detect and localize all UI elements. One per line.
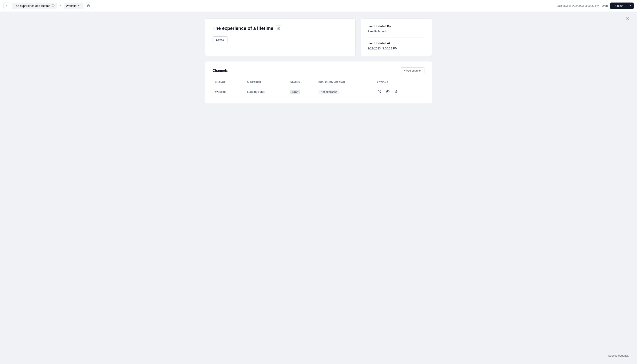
col-blueprint: BLUEPRINT xyxy=(245,79,288,86)
info-card-title-row: The experience of a lifetime xyxy=(213,26,348,31)
cell-status: Draft xyxy=(288,86,316,98)
last-updated-at-section: Last Updated At 2/22/2023, 3:00:33 PM xyxy=(368,42,425,50)
gear-icon xyxy=(87,4,90,7)
channels-header: Channels + Add channel xyxy=(213,67,424,74)
edit-title-button[interactable] xyxy=(276,26,282,31)
breadcrumb-title-text: The experience of a lifetime xyxy=(14,4,50,8)
col-channel: CHANNEL xyxy=(213,79,245,86)
cell-actions xyxy=(374,86,424,98)
delete-button[interactable]: Delete xyxy=(213,36,228,43)
breadcrumb-title[interactable]: The experience of a lifetime xyxy=(12,3,57,9)
page-title: The experience of a lifetime xyxy=(213,26,273,31)
info-card: The experience of a lifetime Delete xyxy=(205,18,356,56)
last-updated-at-label: Last Updated At xyxy=(368,42,425,45)
col-actions: ACTIONS xyxy=(374,79,424,86)
settings-button[interactable] xyxy=(85,2,92,9)
chevron-down-icon xyxy=(629,4,631,7)
publish-dropdown-arrow[interactable] xyxy=(627,2,634,9)
svg-point-3 xyxy=(88,6,89,6)
close-icon xyxy=(626,16,630,20)
col-published-version: PUBLISHED VERSION xyxy=(316,79,374,86)
channels-table: CHANNEL BLUEPRINT STATUS PUBLISHED VERSI… xyxy=(213,79,424,98)
last-updated-by-label: Last Updated By xyxy=(368,24,425,28)
chevron-down-icon xyxy=(78,4,81,7)
cards-row: The experience of a lifetime Delete Last… xyxy=(205,18,432,56)
pencil-icon xyxy=(378,90,381,94)
topbar-left: The experience of a lifetime Website xyxy=(3,2,557,9)
cell-channel: Website xyxy=(213,86,245,98)
col-status: STATUS xyxy=(288,79,316,86)
submit-feedback-button[interactable]: Submit feedback xyxy=(606,352,631,359)
cell-published-version: Not published xyxy=(316,86,374,98)
topbar: The experience of a lifetime Website xyxy=(0,0,637,12)
actions-cell xyxy=(377,89,422,94)
website-label: Website xyxy=(66,4,77,8)
last-updated-by-section: Last Updated By Paul Rohrbeck xyxy=(368,24,425,33)
table-header: CHANNEL BLUEPRINT STATUS PUBLISHED VERSI… xyxy=(213,79,424,86)
breadcrumb-arrow-icon xyxy=(59,4,62,8)
topbar-right: Last saved: 2/22/2023, 3:00:33 PM Draft … xyxy=(557,2,634,9)
svg-point-6 xyxy=(387,91,388,92)
table-header-row: CHANNEL BLUEPRINT STATUS PUBLISHED VERSI… xyxy=(213,79,424,86)
table-row: Website Landing Page Draft Not published xyxy=(213,86,424,98)
close-button[interactable] xyxy=(624,15,631,22)
settings-channel-button[interactable] xyxy=(385,89,390,94)
published-version-badge: Not published xyxy=(318,90,340,94)
back-button[interactable] xyxy=(3,2,10,9)
meta-card: Last Updated By Paul Rohrbeck Last Updat… xyxy=(361,18,432,56)
add-channel-button[interactable]: + Add channel xyxy=(401,67,424,74)
publish-button[interactable]: Publish xyxy=(610,2,634,9)
draft-badge: Draft xyxy=(602,4,608,7)
meta-divider xyxy=(368,37,425,38)
delete-channel-button[interactable] xyxy=(394,89,399,94)
cell-blueprint: Landing Page xyxy=(245,86,288,98)
status-badge: Draft xyxy=(290,90,300,94)
breadcrumb-website[interactable]: Website xyxy=(64,3,83,9)
last-saved: Last saved: 2/22/2023, 3:00:33 PM xyxy=(557,4,599,7)
edit-channel-button[interactable] xyxy=(377,89,382,94)
main-content: The experience of a lifetime Delete Last… xyxy=(192,12,445,110)
gear-icon xyxy=(386,90,389,94)
last-updated-at-value: 2/22/2023, 3:00:33 PM xyxy=(368,47,425,50)
trash-icon xyxy=(394,90,398,94)
last-updated-by-value: Paul Rohrbeck xyxy=(368,30,425,33)
pencil-icon xyxy=(277,27,280,30)
info-icon xyxy=(52,4,55,8)
table-body: Website Landing Page Draft Not published xyxy=(213,86,424,98)
publish-label: Publish xyxy=(610,2,627,9)
channels-title: Channels xyxy=(213,69,228,72)
channels-card: Channels + Add channel CHANNEL BLUEPRINT… xyxy=(205,61,432,104)
chevron-left-icon xyxy=(5,4,9,8)
